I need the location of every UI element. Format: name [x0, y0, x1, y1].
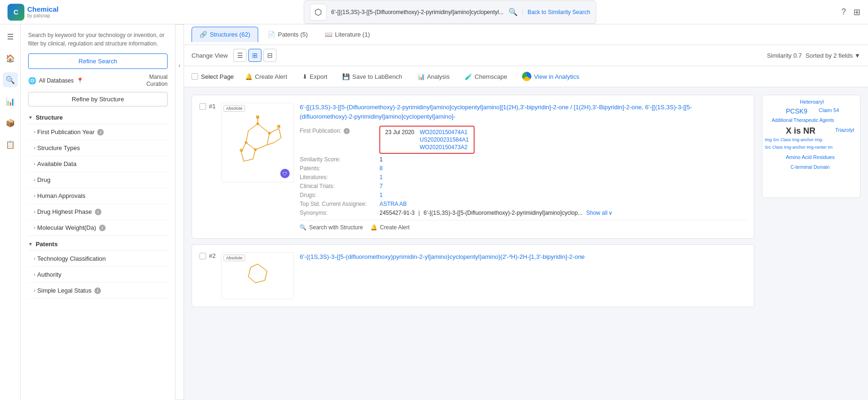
sidebar-icon-home[interactable]: 🏠	[3, 51, 18, 66]
sim-score-value: 1	[379, 156, 746, 163]
results-list: #1 Absolute	[192, 95, 754, 392]
clinical-trials-label: Clinical Trials:	[300, 183, 375, 189]
create-alert-button[interactable]: 🔔 Create Alert	[241, 71, 291, 82]
simple-legal-status-item[interactable]: › Simple Legal Status i	[28, 283, 168, 299]
structure-label: Structure	[36, 114, 63, 121]
svg-line-0	[258, 124, 269, 133]
info-icon-fp: i	[344, 128, 350, 134]
pub-id-1[interactable]: WO2020150474A1	[420, 129, 469, 136]
select-page-checkbox-area[interactable]: Select Page	[192, 73, 234, 80]
structure-types-item[interactable]: › Structure Types	[28, 140, 168, 156]
tech-classification-item[interactable]: › Technology Classification	[28, 251, 168, 267]
wc-word-heteroaryl[interactable]: Heteroaryl	[800, 99, 824, 105]
clinical-trials-value: 7	[379, 183, 746, 189]
molecule-preview-icon: ⬡	[310, 4, 327, 21]
tab-structures[interactable]: 🔗 Structures (62)	[192, 27, 258, 42]
pub-id-3[interactable]: WO2020150473A2	[420, 144, 469, 151]
synonyms-label: Synonyms:	[300, 210, 375, 216]
available-data-item[interactable]: › Available Data	[28, 156, 168, 172]
search-with-structure-btn[interactable]: 🔍 Search with Structure	[300, 224, 363, 231]
wc-word-imgsrc2[interactable]: Src Class Img-anchor Img-center Im	[765, 145, 833, 150]
svg-line-8	[241, 152, 244, 161]
svg-line-12	[279, 128, 281, 138]
sidebar-icon-list[interactable]: 📋	[3, 137, 18, 152]
word-cloud-panel: Heteroaryl PCSK9 Claim 54 Additional The…	[762, 95, 860, 392]
tab-bar: 🔗 Structures (62) 📄 Patents (5) 📖 Litera…	[184, 24, 868, 45]
drug-item[interactable]: › Drug	[28, 172, 168, 188]
view-tiles-icon[interactable]: ⊟	[263, 49, 277, 62]
result-2-num: #2	[209, 252, 215, 259]
refine-search-button[interactable]: Refine Search	[28, 53, 168, 69]
pub-id-2[interactable]: US20200231584A1	[420, 136, 469, 143]
location-icon: 📍	[77, 77, 84, 84]
wc-word-imgsrc1[interactable]: Img Src Class Img-anchor Img-	[765, 137, 823, 142]
refine-by-structure-button[interactable]: Refine by Structure	[28, 92, 168, 106]
svg-line-22	[258, 264, 267, 271]
topbar: C Chemical by patsnap ⬡ 6'-[[(1S,3S)-3-[…	[0, 0, 868, 24]
create-alert-result-btn[interactable]: 🔔 Create Alert	[370, 224, 409, 231]
svg-line-11	[269, 128, 279, 133]
wc-word-x-is-nr[interactable]: X is NR	[786, 126, 815, 136]
wc-word-additional-therapeutic[interactable]: Additional Therapeutic Agents	[772, 118, 834, 123]
sidebar-icon-menu[interactable]: ☰	[3, 29, 18, 44]
analysis-button[interactable]: 📊 Analysis	[414, 71, 453, 82]
alert-result-icon: 🔔	[370, 224, 377, 231]
result-2-title[interactable]: 6'-{(1S,3S)-3-{[5-(difluoromethoxy)pyrim…	[300, 252, 746, 262]
save-to-labbench-button[interactable]: 💾 Save to LabBench	[338, 71, 406, 82]
change-view-label: Change View	[192, 52, 228, 59]
grid-menu-icon[interactable]: ⊞	[853, 7, 860, 17]
wc-word-pcsk9[interactable]: PCSK9	[786, 107, 807, 115]
result-1-checkbox[interactable]	[200, 103, 206, 110]
assignee-value[interactable]: ASTRA AB	[379, 201, 746, 207]
result-1-num: #1	[209, 103, 215, 110]
result-1-title[interactable]: 6'-[[(1S,3S)-3-[[5-(Difluoromethoxy)-2-p…	[300, 103, 746, 121]
result-2-body: 6'-{(1S,3S)-3-{[5-(difluoromethoxy)pyrim…	[300, 252, 746, 299]
svg-line-4	[246, 131, 248, 143]
chevron-right-icon: ›	[34, 256, 35, 261]
view-in-analytics-button[interactable]: View in Analytics	[518, 70, 583, 83]
tab-literature[interactable]: 📖 Literature (1)	[317, 27, 377, 42]
svg-point-17	[254, 149, 256, 151]
view-grid-icon[interactable]: ⊞	[248, 49, 261, 62]
wc-word-cterminal[interactable]: C-terminal Domain	[791, 165, 830, 170]
tab-patents[interactable]: 📄 Patents (5)	[260, 27, 315, 42]
human-approvals-item[interactable]: › Human Approvals	[28, 188, 168, 204]
sidebar-description: Search by keyword for your technology or…	[28, 31, 168, 48]
sidebar-icon-search[interactable]: 🔍	[3, 72, 18, 87]
authority-item[interactable]: › Authority	[28, 267, 168, 283]
chevron-right-icon: ›	[34, 225, 35, 230]
wc-word-triazolyl[interactable]: Triazolyl	[835, 127, 854, 133]
view-list-icon[interactable]: ☰	[233, 49, 246, 62]
drug-highest-phase-item[interactable]: › Drug Highest Phase i	[28, 204, 168, 220]
patents-section-header[interactable]: ▼ Patents	[28, 236, 168, 251]
first-pub-year-item[interactable]: › First Publication Year i	[28, 124, 168, 140]
first-pub-date: 23 Jul 2020	[385, 129, 414, 136]
search-bar[interactable]: ⬡ 6'-[[(1S,3S)-3-[[5-(Difluoromethoxy)-2…	[304, 0, 596, 24]
chemscape-button[interactable]: 🧪 Chemscape	[461, 71, 511, 82]
show-all-button[interactable]: Show all ∨	[586, 210, 613, 216]
all-databases-label[interactable]: All Databases	[39, 77, 74, 84]
result-2-checkbox[interactable]	[200, 253, 206, 259]
wc-word-claim54[interactable]: Claim 54	[819, 107, 839, 113]
view-in-analytics-label: View in Analytics	[534, 73, 579, 80]
molecular-weight-item[interactable]: › Molecular Weight(Da) i	[28, 220, 168, 236]
svg-line-26	[248, 267, 251, 277]
svg-line-24	[255, 280, 265, 283]
sorted-label[interactable]: Sorted by 2 fields ▼	[806, 52, 860, 59]
export-button[interactable]: ⬇ Export	[299, 71, 331, 82]
help-icon[interactable]: ?	[841, 7, 846, 17]
literatures-label: Literatures:	[300, 174, 375, 181]
svg-line-5	[248, 124, 258, 131]
chevron-right-icon: ›	[34, 161, 35, 166]
svg-line-25	[248, 277, 255, 283]
molecule-2-svg	[234, 257, 281, 294]
sidebar-icon-box[interactable]: 📦	[3, 115, 18, 130]
sidebar-collapse-toggle[interactable]: ‹	[176, 24, 184, 400]
sidebar-icon-chart[interactable]: 📊	[3, 94, 18, 109]
chevron-right-icon: ›	[34, 193, 35, 198]
structure-section-header[interactable]: ▼ Structure	[28, 109, 168, 124]
analytics-circle-icon	[522, 72, 531, 81]
info-icon-legal: i	[94, 287, 101, 294]
wc-word-amino-acid[interactable]: Amino Acid Residues	[786, 154, 835, 160]
back-to-similarity-link[interactable]: Back to Similarity Search	[522, 9, 590, 15]
